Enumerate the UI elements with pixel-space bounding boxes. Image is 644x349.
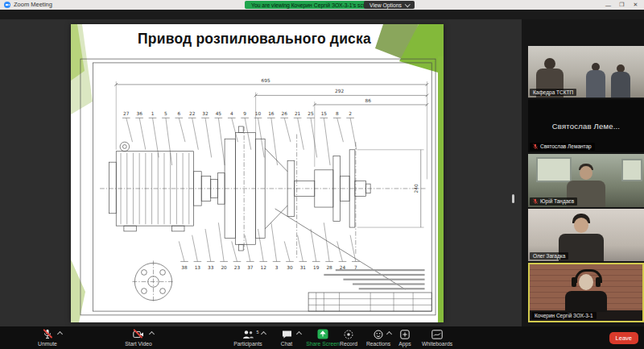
svg-text:45: 45 bbox=[216, 111, 222, 116]
maximize-button[interactable]: ❐ bbox=[615, 0, 629, 10]
participant-tile-oleh[interactable]: Олег Загадка bbox=[528, 209, 644, 261]
svg-text:86: 86 bbox=[365, 98, 372, 103]
svg-text:32: 32 bbox=[202, 111, 208, 116]
chat-bubble-icon bbox=[282, 329, 292, 339]
person-silhouette bbox=[586, 70, 605, 98]
participant-name-label: Кочерин Сергій ЗОХ-3-1 bbox=[531, 312, 597, 320]
apps-icon bbox=[400, 329, 410, 339]
svg-text:21: 21 bbox=[295, 111, 301, 116]
svg-text:38: 38 bbox=[181, 265, 188, 270]
svg-text:5: 5 bbox=[164, 111, 167, 116]
viewing-screen-banner-text: You are viewing Кочерин Сергій ЗОХ-3-1's… bbox=[251, 2, 374, 8]
background-window bbox=[621, 159, 642, 181]
participant-name-label: Юрій Тандаєв bbox=[530, 197, 577, 206]
participants-icon: 5 bbox=[242, 329, 254, 339]
svg-text:20: 20 bbox=[221, 265, 227, 270]
participant-tile-kafedra[interactable]: Кафедра ТСКТП bbox=[528, 46, 644, 98]
app-identity: Zoom Meeting bbox=[4, 1, 52, 8]
headphone-cup bbox=[596, 277, 601, 287]
participant-name-label: Кафедра ТСКТП bbox=[530, 89, 576, 97]
presentation-slide: Привод розпилювального диска 69529286240… bbox=[71, 24, 444, 322]
svg-text:23: 23 bbox=[234, 265, 241, 270]
svg-text:4: 4 bbox=[230, 111, 233, 116]
whiteboards-button[interactable]: Whiteboards bbox=[417, 329, 457, 347]
svg-text:37: 37 bbox=[247, 265, 254, 270]
person-silhouette bbox=[580, 166, 592, 180]
svg-text:30: 30 bbox=[287, 265, 293, 270]
svg-text:27: 27 bbox=[123, 111, 130, 116]
leave-button[interactable]: Leave bbox=[609, 332, 638, 344]
svg-text:36: 36 bbox=[136, 111, 142, 116]
chevron-down-icon bbox=[405, 2, 410, 6]
person-silhouette bbox=[611, 72, 630, 98]
app-title: Zoom Meeting bbox=[14, 1, 52, 8]
background-window bbox=[536, 157, 572, 182]
participant-name-label: Святослав Лемантар bbox=[530, 143, 595, 152]
person-silhouette bbox=[565, 291, 607, 312]
chevron-up-icon bbox=[149, 331, 155, 337]
chat-button[interactable]: Chat bbox=[271, 329, 302, 347]
slide-title: Привод розпилювального диска bbox=[71, 31, 438, 48]
muted-mic-icon bbox=[533, 198, 538, 205]
shared-screen-area: Привод розпилювального диска 69529286240… bbox=[0, 19, 522, 326]
svg-text:12: 12 bbox=[261, 265, 267, 270]
view-options-button[interactable]: View Options bbox=[364, 1, 415, 9]
svg-text:26: 26 bbox=[282, 111, 288, 116]
svg-text:292: 292 bbox=[335, 89, 344, 93]
scrollbar-handle[interactable] bbox=[512, 194, 514, 203]
svg-text:22: 22 bbox=[189, 111, 196, 116]
viewing-screen-banner: You are viewing Кочерин Сергій ЗОХ-3-1's… bbox=[245, 1, 381, 9]
close-button[interactable]: ✕ bbox=[629, 0, 642, 10]
whiteboard-icon bbox=[431, 329, 443, 339]
svg-text:9: 9 bbox=[243, 111, 246, 116]
camera-off-icon bbox=[133, 329, 144, 339]
meeting-top-strip bbox=[0, 10, 644, 19]
window-title-bar: Zoom Meeting You are viewing Кочерин Сер… bbox=[0, 0, 644, 10]
svg-text:33: 33 bbox=[208, 265, 214, 270]
apps-button[interactable]: Apps bbox=[392, 329, 418, 347]
chevron-up-icon bbox=[260, 331, 266, 337]
smiley-icon bbox=[374, 329, 383, 339]
svg-text:240: 240 bbox=[414, 184, 419, 193]
muted-mic-icon bbox=[533, 143, 538, 150]
headphone-cup bbox=[572, 277, 576, 287]
engineering-drawing: 6952928624027361562232454910162621251582… bbox=[80, 53, 436, 321]
person-silhouette bbox=[544, 58, 555, 69]
record-icon bbox=[344, 329, 353, 339]
participant-name-label: Олег Загадка bbox=[530, 252, 568, 260]
person-silhouette bbox=[574, 218, 588, 233]
participants-button[interactable]: 5 Participants bbox=[228, 329, 268, 347]
participant-tile-sviatoslav[interactable]: Святослав Леме... Святослав Лемантар bbox=[528, 99, 644, 152]
svg-text:16: 16 bbox=[268, 111, 275, 116]
chevron-up-icon bbox=[295, 331, 301, 337]
record-button[interactable]: Record bbox=[334, 329, 363, 347]
participant-tile-kocherin-active-speaker[interactable]: Кочерин Сергій ЗОХ-3-1 bbox=[528, 263, 644, 322]
start-video-button[interactable]: Start Video bbox=[113, 329, 164, 347]
participants-count-badge: 5 bbox=[256, 330, 258, 334]
zoom-logo-icon bbox=[4, 2, 10, 8]
mic-muted-icon bbox=[43, 329, 52, 339]
svg-text:25: 25 bbox=[308, 111, 314, 116]
svg-text:19: 19 bbox=[313, 265, 320, 270]
unmute-button[interactable]: Unmute bbox=[24, 329, 71, 347]
chevron-up-icon bbox=[386, 331, 392, 337]
svg-text:6: 6 bbox=[177, 111, 180, 116]
chevron-up-icon bbox=[57, 331, 63, 337]
svg-text:31: 31 bbox=[300, 265, 307, 270]
svg-text:3: 3 bbox=[275, 265, 279, 270]
svg-text:8: 8 bbox=[336, 111, 339, 116]
reactions-button[interactable]: Reactions bbox=[362, 329, 394, 347]
svg-text:10: 10 bbox=[255, 111, 262, 116]
svg-text:1: 1 bbox=[151, 111, 155, 116]
svg-text:695: 695 bbox=[262, 78, 270, 83]
person-silhouette bbox=[579, 274, 593, 290]
share-screen-icon bbox=[317, 329, 328, 339]
svg-text:15: 15 bbox=[321, 111, 328, 116]
svg-text:2: 2 bbox=[349, 111, 352, 116]
meeting-toolbar: Unmute Start Video 5 Participants bbox=[0, 326, 644, 349]
participant-tile-yurii[interactable]: Юрій Тандаєв bbox=[528, 154, 644, 207]
minimize-button[interactable]: — bbox=[601, 0, 615, 10]
window-controls: — ❐ ✕ bbox=[601, 0, 642, 10]
svg-text:13: 13 bbox=[195, 265, 201, 270]
svg-text:28: 28 bbox=[326, 265, 332, 270]
